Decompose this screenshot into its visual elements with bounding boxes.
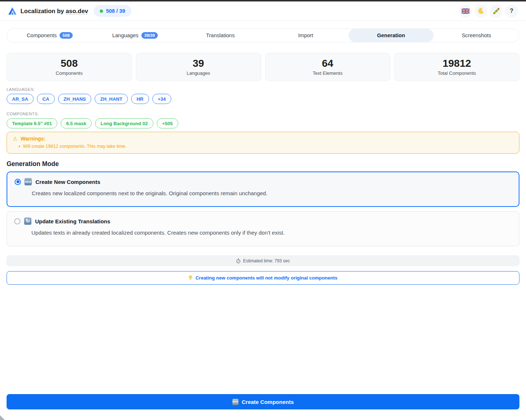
tab-label: Languages — [112, 32, 138, 38]
stat-label: Text Elements — [313, 70, 343, 76]
stat-value: 39 — [193, 58, 204, 69]
stat-card-languages: 39 Languages — [136, 53, 261, 81]
new-badge-icon: NEW — [232, 399, 239, 405]
page-title: Localization by aso.dev — [20, 8, 88, 15]
tab-label: Import — [298, 32, 313, 38]
info-note-text: Creating new components will not modify … — [195, 275, 338, 281]
new-badge-icon: NEW — [24, 178, 32, 185]
warning-triangle-icon: ⚠ — [13, 136, 18, 142]
empty-space — [7, 285, 519, 394]
option-create-new-components[interactable]: NEW Create New Components Creates new lo… — [7, 172, 519, 207]
language-chip[interactable]: ZH_HANT — [95, 94, 128, 104]
help-button[interactable]: ? — [505, 5, 518, 18]
component-chips: Template 6.5" #01 6.5 mask Long Backgrou… — [7, 118, 519, 128]
stat-label: Total Components — [438, 70, 476, 76]
language-chip-more[interactable]: +34 — [152, 94, 171, 104]
option-update-existing-translations[interactable]: ↻ Update Existing Translations Updates t… — [7, 211, 519, 246]
tab-label: Translations — [206, 32, 235, 38]
stat-card-text-elements: 64 Text Elements — [265, 53, 390, 81]
component-chip[interactable]: Long Background 02 — [95, 118, 153, 128]
tab-import[interactable]: Import — [263, 29, 348, 42]
stats-row: 508 Components 39 Languages 64 Text Elem… — [7, 53, 519, 81]
components-section-label: COMPONENTS: — [7, 112, 519, 116]
language-chips: AR_SA CA ZH_HANS ZH_HANT HR +34 — [7, 94, 519, 104]
language-chip[interactable]: AR_SA — [7, 94, 34, 104]
tab-generation[interactable]: Generation — [348, 29, 434, 42]
option-description: Creates new localized components next to… — [32, 190, 511, 196]
tab-components-count-badge: 508 — [60, 32, 72, 39]
info-note-panel: Creating new components will not modify … — [7, 271, 519, 285]
bullet-icon — [19, 146, 20, 147]
bug-icon — [493, 7, 500, 15]
question-mark-icon: ? — [510, 8, 514, 14]
tab-translations[interactable]: Translations — [178, 29, 263, 42]
aso-dev-logo-icon — [8, 7, 17, 15]
connection-count: 508 / 39 — [106, 8, 125, 14]
component-chip[interactable]: 6.5 mask — [61, 118, 92, 128]
stat-card-components: 508 Components — [7, 53, 132, 81]
estimated-time-bar: Estimated time: 793 sec — [7, 255, 519, 266]
language-chip[interactable]: HR — [131, 94, 149, 104]
generation-mode-heading: Generation Mode — [7, 160, 519, 168]
languages-section-label: LANGUAGES: — [7, 87, 519, 92]
moon-icon — [478, 8, 484, 14]
tab-languages-count-badge: 39/39 — [141, 32, 158, 39]
app-header: Localization by aso.dev 508 / 39 — [0, 1, 526, 21]
stat-value: 64 — [322, 58, 333, 69]
tab-label: Generation — [377, 32, 405, 38]
create-components-button[interactable]: NEW Create Components — [7, 394, 519, 409]
stat-label: Components — [56, 70, 83, 76]
aso-dev-link[interactable]: aso.dev — [66, 8, 88, 15]
tab-screenshots[interactable]: Screenshots — [434, 29, 519, 42]
option-title: Create New Components — [35, 179, 100, 185]
radio-unselected[interactable] — [14, 218, 20, 224]
option-title: Update Existing Translations — [35, 218, 110, 224]
tab-bar: Components 508 Languages 39/39 Translati… — [7, 28, 519, 42]
bug-report-button[interactable] — [490, 5, 503, 18]
main-content: Components 508 Languages 39/39 Translati… — [0, 21, 526, 420]
stat-value: 508 — [61, 58, 78, 69]
uk-flag-icon — [462, 8, 469, 14]
stat-value: 19812 — [443, 58, 471, 69]
warning-text: Will create 19812 components. This may t… — [23, 144, 126, 149]
resize-handle[interactable] — [0, 415, 5, 420]
warnings-panel: ⚠ Warnings: Will create 19812 components… — [7, 132, 519, 154]
stat-label: Languages — [187, 70, 210, 76]
language-chip[interactable]: CA — [37, 94, 55, 104]
language-chip[interactable]: ZH_HANS — [58, 94, 91, 104]
radio-selected[interactable] — [15, 179, 21, 185]
component-chip[interactable]: Template 6.5" #01 — [7, 118, 57, 128]
option-description: Updates texts in already created localiz… — [31, 230, 512, 236]
connection-status-badge[interactable]: 508 / 39 — [94, 5, 131, 16]
estimated-time-text: Estimated time: 793 sec — [243, 258, 290, 263]
stopwatch-icon — [236, 258, 241, 263]
tab-components[interactable]: Components 508 — [7, 29, 92, 42]
lightbulb-icon — [188, 275, 193, 281]
tab-label: Screenshots — [462, 32, 491, 38]
warning-list-item: Will create 19812 components. This may t… — [19, 144, 513, 149]
update-arrows-icon: ↻ — [24, 217, 31, 225]
stat-card-total-components: 19812 Total Components — [394, 53, 519, 81]
create-components-label: Create Components — [242, 399, 294, 405]
tab-label: Components — [27, 32, 57, 38]
tab-languages[interactable]: Languages 39/39 — [92, 29, 178, 42]
component-chip-more[interactable]: +505 — [157, 118, 178, 128]
theme-toggle-button[interactable] — [474, 5, 487, 18]
language-flag-button[interactable] — [459, 5, 472, 18]
warnings-title: Warnings: — [21, 136, 46, 142]
status-dot-icon — [100, 9, 103, 13]
